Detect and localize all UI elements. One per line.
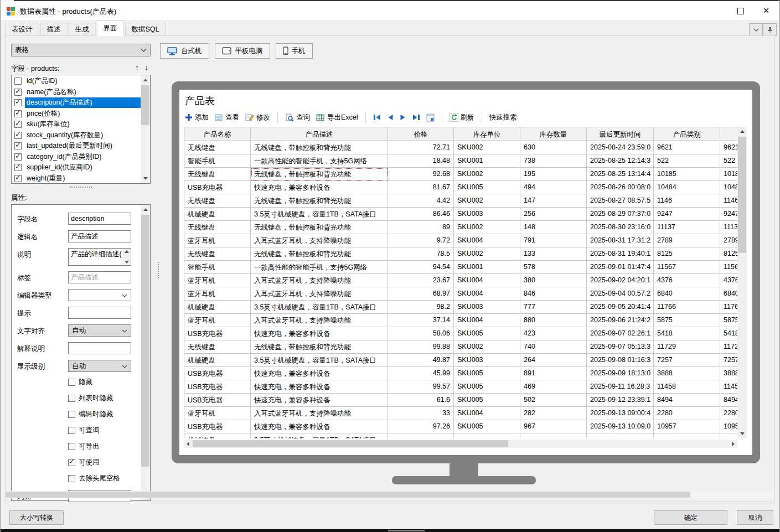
table-cell[interactable]: 45.99 bbox=[388, 367, 454, 380]
toolbar-query-button[interactable]: 查询 bbox=[284, 113, 311, 122]
table-cell[interactable]: 入耳式蓝牙耳机，支持降噪功能 bbox=[251, 407, 388, 420]
field-item[interactable]: ✓sku(库存单位) bbox=[12, 119, 141, 130]
table-cell[interactable]: 1172 bbox=[720, 340, 737, 354]
table-cell[interactable]: 2025-09-06 21:24:2 bbox=[587, 314, 654, 327]
table-cell[interactable]: SKU005 bbox=[454, 394, 520, 407]
table-cell[interactable]: 蓝牙耳机 bbox=[184, 407, 251, 420]
checkbox[interactable] bbox=[68, 395, 75, 402]
table-cell[interactable]: 无线键盘 bbox=[184, 141, 251, 154]
device-button-phone[interactable]: 手机 bbox=[276, 43, 313, 59]
table-cell[interactable]: 机械硬盘 bbox=[184, 208, 251, 221]
table-cell[interactable]: 494 bbox=[520, 181, 587, 194]
table-cell[interactable]: 10185 bbox=[654, 168, 720, 181]
flag-hidden-in-list[interactable]: 列表时隐藏 bbox=[68, 394, 141, 402]
table-cell[interactable]: 740 bbox=[520, 340, 587, 354]
toolbar-refresh-button[interactable]: 刷新 bbox=[448, 113, 476, 122]
table-cell[interactable]: 快速充电，兼容多种设备 bbox=[251, 327, 388, 340]
field-item[interactable]: ✓price(价格) bbox=[12, 109, 141, 120]
table-cell[interactable]: 1146 bbox=[720, 194, 737, 208]
table-cell[interactable]: USB充电器 bbox=[184, 420, 251, 433]
properties-scrollbar[interactable] bbox=[141, 205, 150, 500]
table-cell[interactable]: 522 bbox=[720, 154, 737, 168]
field-item[interactable]: ✓category_id(产品类别ID) bbox=[12, 152, 141, 163]
table-cell[interactable]: 蓝牙耳机 bbox=[184, 234, 251, 247]
table-cell[interactable]: SKU003 bbox=[454, 354, 520, 367]
checkbox[interactable]: ✓ bbox=[14, 132, 22, 139]
table-cell[interactable]: 6840 bbox=[720, 287, 737, 301]
scrollbar-thumb[interactable] bbox=[141, 215, 149, 467]
table-cell[interactable] bbox=[654, 433, 720, 438]
table-cell[interactable]: 3.5英寸机械硬盘，容量1TB，SATA接口 bbox=[251, 208, 388, 221]
grid-horizontal-scrollbar[interactable] bbox=[184, 440, 737, 448]
table-cell[interactable]: 2280 bbox=[720, 407, 737, 420]
table-cell[interactable]: 2025-09-13 09:00:4 bbox=[587, 407, 654, 420]
table-cell[interactable]: 967 bbox=[520, 420, 587, 433]
table-row[interactable]: USB充电器快速充电，兼容多种设备45.99SKU0058912025-09-0… bbox=[184, 367, 737, 380]
table-cell[interactable]: SKU001 bbox=[454, 154, 520, 168]
property-input-logical-name[interactable] bbox=[68, 230, 131, 242]
table-cell[interactable]: 6840 bbox=[654, 287, 720, 301]
table-cell[interactable]: 738 bbox=[520, 154, 587, 168]
maximize-button[interactable] bbox=[728, 1, 753, 21]
column-header[interactable]: 产品类别 bbox=[654, 127, 720, 141]
table-cell[interactable]: 4376 bbox=[654, 274, 720, 287]
table-cell[interactable]: SKU002 bbox=[454, 221, 520, 234]
table-cell[interactable]: 智能手机 bbox=[184, 261, 251, 274]
tab-table-design[interactable]: 表设计 bbox=[5, 23, 39, 36]
table-cell[interactable]: 7257 bbox=[654, 354, 720, 367]
property-select-text-align[interactable]: 自动 bbox=[68, 324, 131, 337]
table-cell[interactable]: 4376 bbox=[720, 274, 737, 287]
field-item[interactable]: ✓supplier_id(供应商ID) bbox=[12, 162, 141, 173]
table-row[interactable]: 机械硬盘3.5英寸机械硬盘，容量1TB，SATA接口49.87SKU003264… bbox=[184, 354, 737, 367]
toolbar-nav-last-button[interactable] bbox=[411, 114, 421, 121]
table-cell[interactable]: 3.5英寸机械硬盘，容量1TB，SATA接口 bbox=[251, 301, 388, 314]
table-cell[interactable]: 蓝牙耳机 bbox=[184, 274, 251, 287]
table-cell[interactable]: 282 bbox=[520, 407, 587, 420]
table-cell[interactable]: SKU001 bbox=[454, 261, 520, 274]
table-cell[interactable]: SKU003 bbox=[454, 208, 520, 221]
table-cell[interactable]: 1176 bbox=[720, 301, 737, 314]
table-cell[interactable]: 99.88 bbox=[388, 340, 454, 354]
checkbox[interactable] bbox=[68, 379, 75, 386]
table-cell[interactable]: 无线键盘，带触控板和背光功能 bbox=[251, 247, 388, 261]
table-cell[interactable]: 195 bbox=[520, 168, 587, 181]
table-cell[interactable]: 58.06 bbox=[388, 327, 454, 340]
table-cell[interactable]: SKU002 bbox=[454, 340, 520, 354]
table-cell[interactable]: 快速充电，兼容多种设备 bbox=[251, 367, 388, 380]
table-cell[interactable]: USB充电器 bbox=[184, 367, 251, 380]
table-cell[interactable]: 2025-09-01 01:47:4 bbox=[587, 261, 654, 274]
table-cell[interactable]: 9.72 bbox=[388, 234, 454, 247]
scrollbar-thumb[interactable] bbox=[738, 137, 746, 253]
column-header[interactable]: 价格 bbox=[388, 127, 454, 141]
property-textarea-comment[interactable]: 产品的详细描述( bbox=[68, 248, 131, 266]
pane-horizontal-scrollbar[interactable] bbox=[6, 491, 774, 498]
table-cell[interactable] bbox=[520, 433, 587, 438]
checkbox[interactable]: ✓ bbox=[14, 110, 22, 117]
table-cell[interactable]: 256 bbox=[520, 208, 587, 221]
table-cell[interactable]: SKU005 bbox=[454, 420, 520, 433]
property-input-tag[interactable] bbox=[68, 271, 131, 283]
table-cell[interactable]: 1095 bbox=[720, 420, 737, 433]
table-row[interactable]: 蓝牙耳机入耳式蓝牙耳机，支持降噪功能37.14SKU0048802025-09-… bbox=[184, 314, 737, 327]
table-cell[interactable]: 3888 bbox=[720, 367, 737, 380]
column-header[interactable]: 库存单位 bbox=[454, 127, 520, 141]
column-header[interactable]: 产品描述 bbox=[251, 127, 388, 141]
fields-scrollbar[interactable] bbox=[141, 75, 150, 183]
table-cell[interactable]: 891 bbox=[520, 367, 587, 380]
checkbox[interactable]: ✓ bbox=[14, 142, 22, 149]
case-convert-button[interactable]: 大小写转换 bbox=[9, 510, 64, 525]
scroll-up-icon[interactable] bbox=[737, 127, 747, 136]
view-type-select[interactable]: 表格 bbox=[11, 44, 151, 56]
table-cell[interactable]: 一款高性能的智能手机，支持5G网络 bbox=[251, 154, 388, 168]
field-item[interactable]: ✓last_updated(最后更新时间) bbox=[12, 141, 141, 152]
flag-usable[interactable]: ✓可使用 bbox=[68, 458, 141, 467]
table-cell[interactable]: 10484 bbox=[654, 181, 720, 194]
table-cell[interactable]: SKU004 bbox=[454, 287, 520, 301]
table-row[interactable]: 智能手机一款高性能的智能手机，支持5G网络94.54SKU0015782025-… bbox=[184, 261, 737, 274]
table-cell[interactable]: 133 bbox=[520, 247, 587, 261]
ok-button[interactable]: 确定 bbox=[654, 510, 727, 525]
table-cell[interactable]: 2025-08-31 17:31:2 bbox=[587, 234, 654, 247]
table-cell[interactable]: 148 bbox=[520, 221, 587, 234]
checkbox[interactable]: ✓ bbox=[14, 89, 22, 96]
scrollbar-thumb[interactable] bbox=[6, 492, 690, 498]
